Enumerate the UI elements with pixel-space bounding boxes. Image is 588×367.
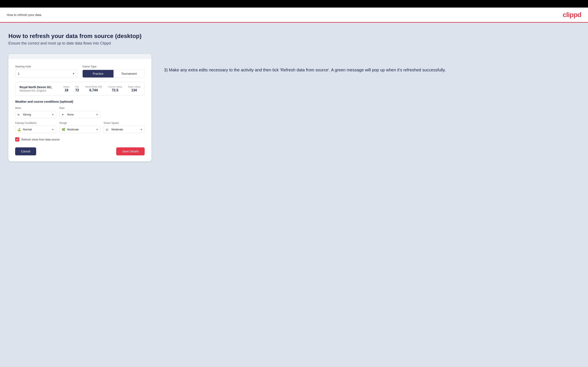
page-title: How to refresh your data from source (de… xyxy=(9,33,579,40)
form-top-strip xyxy=(9,54,151,59)
stat-par: Par 72 xyxy=(75,85,79,92)
starting-hole-group: Starting Hole 1 10 ▼ xyxy=(15,65,77,78)
wind-label: Wind xyxy=(15,107,56,110)
slope-rating-value: 134 xyxy=(131,88,137,92)
refresh-label: Refresh shots from data source xyxy=(21,138,60,141)
starting-hole-select-wrapper: 1 10 ▼ xyxy=(15,70,77,78)
side-text: 3) Make any extra edits necessary to the… xyxy=(164,54,579,73)
refresh-checkbox[interactable] xyxy=(15,137,19,142)
content-area: Starting Hole 1 10 ▼ Game Type Practi xyxy=(9,54,579,161)
rough-select[interactable]: Moderate Light Heavy xyxy=(60,126,101,133)
game-type-buttons: Practice Tournament xyxy=(82,70,145,78)
holes-label: Holes xyxy=(63,85,69,88)
green-speed-select[interactable]: Moderate Slow Fast xyxy=(104,126,145,133)
cancel-button[interactable]: Cancel xyxy=(15,147,36,155)
course-info: Royal North Devon GC, Westward Ho!, Engl… xyxy=(19,85,59,92)
rough-group: Rough 🌿 Moderate Light Heavy ▼ xyxy=(60,122,101,133)
course-rating-value: 72.5 xyxy=(112,88,118,92)
stat-course-rating: Course rating 72.5 xyxy=(108,85,122,92)
top-bar xyxy=(0,0,588,8)
course-rating-label: Course rating xyxy=(108,85,122,88)
course-card: Royal North Devon GC, Westward Ho!, Engl… xyxy=(15,82,145,96)
fairway-group: Fairway Conditions ⛳ Normal Soft Hard ▼ xyxy=(15,122,56,133)
side-text-paragraph: 3) Make any extra edits necessary to the… xyxy=(164,67,579,73)
form-actions: Cancel Save Details xyxy=(15,146,145,155)
stat-holes: Holes 18 xyxy=(63,85,69,92)
game-type-label: Game Type xyxy=(82,65,145,68)
page-subtitle: Ensure the correct and most up to date d… xyxy=(9,41,579,46)
form-row-1: Starting Hole 1 10 ▼ Game Type Practi xyxy=(15,65,145,78)
green-speed-select-wrapper: ◎ Moderate Slow Fast ▼ xyxy=(104,126,145,133)
course-name: Royal North Devon GC, xyxy=(19,85,59,89)
rain-group: Rain ✦ None Light Heavy ▼ xyxy=(60,107,101,118)
conditions-row-2: Fairway Conditions ⛳ Normal Soft Hard ▼ xyxy=(15,122,145,133)
par-value: 72 xyxy=(75,88,79,92)
form-inner: Starting Hole 1 10 ▼ Game Type Practi xyxy=(9,59,151,161)
weather-section-title: Weather and course conditions (optional) xyxy=(15,100,145,103)
course-stats: Holes 18 Par 72 Yards/White (M)) 6,744 xyxy=(63,85,140,92)
green-speed-group: Green Speed ◎ Moderate Slow Fast ▼ xyxy=(104,122,145,133)
course-location: Westward Ho!, England xyxy=(19,89,59,92)
fairway-select[interactable]: Normal Soft Hard xyxy=(15,126,56,133)
slope-rating-label: Slope rating xyxy=(128,85,140,88)
fairway-label: Fairway Conditions xyxy=(15,122,56,125)
save-details-button[interactable]: Save Details xyxy=(116,147,145,155)
main-content: How to refresh your data from source (de… xyxy=(0,23,588,367)
logo: clippd xyxy=(563,11,581,19)
conditions-row-1: Wind ≋ Strong Light None ▼ Rain xyxy=(15,107,145,118)
rain-select-wrapper: ✦ None Light Heavy ▼ xyxy=(60,111,101,118)
stat-slope-rating: Slope rating 134 xyxy=(128,85,140,92)
rain-select[interactable]: None Light Heavy xyxy=(60,111,101,118)
wind-select[interactable]: Strong Light None xyxy=(15,111,56,118)
green-speed-label: Green Speed xyxy=(104,122,145,125)
form-panel: Starting Hole 1 10 ▼ Game Type Practi xyxy=(9,54,151,161)
header: How to refresh your data clippd xyxy=(0,8,588,23)
holes-value: 18 xyxy=(65,88,68,92)
wind-group: Wind ≋ Strong Light None ▼ xyxy=(15,107,56,118)
wind-select-wrapper: ≋ Strong Light None ▼ xyxy=(15,111,56,118)
rough-label: Rough xyxy=(60,122,101,125)
refresh-checkbox-row: Refresh shots from data source xyxy=(15,137,145,142)
yards-label: Yards/White (M)) xyxy=(85,85,102,88)
starting-hole-label: Starting Hole xyxy=(15,65,77,68)
practice-button[interactable]: Practice xyxy=(83,70,113,77)
par-label: Par xyxy=(75,85,79,88)
rough-select-wrapper: 🌿 Moderate Light Heavy ▼ xyxy=(60,126,101,133)
tournament-button[interactable]: Tournament xyxy=(113,70,144,77)
rain-label: Rain xyxy=(60,107,101,110)
fairway-select-wrapper: ⛳ Normal Soft Hard ▼ xyxy=(15,126,56,133)
game-type-group: Game Type Practice Tournament xyxy=(82,65,145,78)
starting-hole-select[interactable]: 1 10 xyxy=(15,70,77,78)
header-title: How to refresh your data xyxy=(7,13,41,17)
yards-value: 6,744 xyxy=(89,88,98,92)
stat-yards: Yards/White (M)) 6,744 xyxy=(85,85,102,92)
